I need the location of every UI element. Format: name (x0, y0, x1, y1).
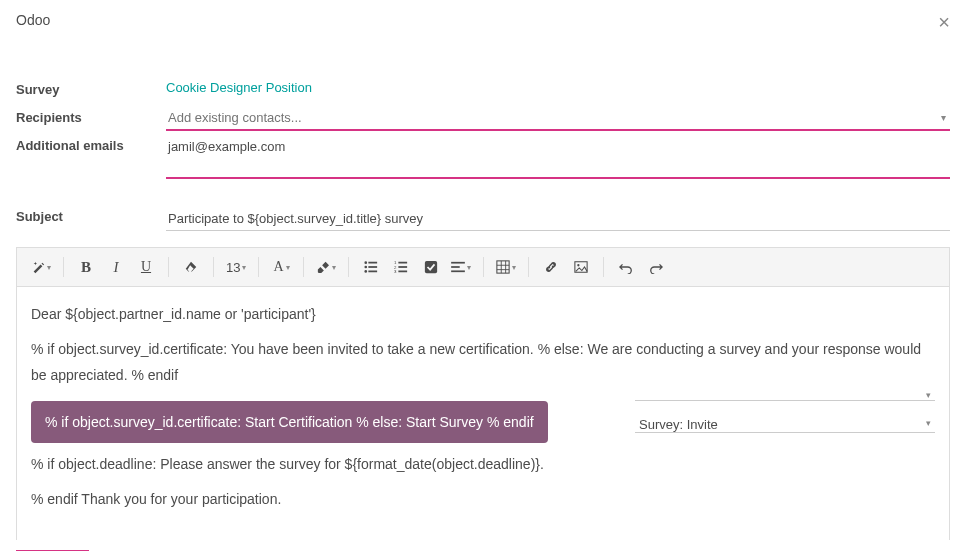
undo-icon[interactable] (612, 254, 640, 280)
template-select[interactable]: Survey: Invite ▾ (635, 411, 935, 433)
editor-body-3: % endif Thank you for your participation… (31, 486, 935, 513)
svg-text:3: 3 (394, 269, 397, 274)
svg-rect-12 (425, 261, 437, 273)
font-size-select[interactable]: 13▾ (222, 254, 250, 280)
recipients-row: Recipients ▾ (16, 108, 950, 132)
svg-point-22 (578, 264, 580, 266)
svg-rect-7 (399, 262, 408, 264)
svg-rect-5 (369, 271, 378, 273)
bold-icon[interactable]: B (72, 254, 100, 280)
eraser-icon[interactable] (177, 254, 205, 280)
svg-rect-13 (452, 262, 466, 264)
link-icon[interactable] (537, 254, 565, 280)
underline-icon[interactable]: U (132, 254, 160, 280)
subject-row: Subject (16, 207, 950, 231)
modal-footer: SEND CANCEL (0, 540, 966, 551)
editor-body-2: % if object.deadline: Please answer the … (31, 451, 935, 478)
svg-point-0 (365, 261, 368, 264)
redo-icon[interactable] (642, 254, 670, 280)
recipients-input[interactable] (166, 108, 950, 131)
align-icon[interactable]: ▾ (447, 254, 475, 280)
survey-label: Survey (16, 80, 166, 97)
survey-row: Survey Cookie Designer Position (16, 80, 950, 104)
svg-rect-14 (452, 266, 461, 268)
modal-body: Survey Cookie Designer Position Recipien… (0, 40, 966, 551)
chevron-down-icon: ▾ (926, 387, 931, 404)
recipients-label: Recipients (16, 108, 166, 125)
modal-header: Odoo × (0, 0, 966, 40)
table-icon[interactable]: ▾ (492, 254, 520, 280)
close-icon[interactable]: × (938, 12, 950, 32)
image-icon[interactable] (567, 254, 595, 280)
italic-icon[interactable]: I (102, 254, 130, 280)
svg-rect-15 (452, 270, 466, 272)
ol-icon[interactable]: 123 (387, 254, 415, 280)
checklist-icon[interactable] (417, 254, 445, 280)
email-tag[interactable]: jamil@example.com (166, 138, 287, 155)
svg-rect-9 (399, 266, 408, 268)
editor-content[interactable]: Dear ${object.partner_id.name or 'partic… (17, 287, 949, 541)
survey-link[interactable]: Cookie Designer Position (166, 80, 312, 95)
ul-icon[interactable] (357, 254, 385, 280)
chevron-down-icon: ▾ (926, 415, 931, 432)
start-survey-button[interactable]: % if object.survey_id.certificate: Start… (31, 401, 548, 444)
rich-text-editor: ▾ B I U 13▾ A▾ (16, 247, 950, 542)
subject-label: Subject (16, 207, 166, 224)
font-color-icon[interactable]: A▾ (267, 254, 295, 280)
highlight-icon[interactable]: ▾ (312, 254, 340, 280)
svg-rect-16 (497, 261, 509, 273)
emails-tags[interactable]: jamil@example.com (166, 136, 950, 159)
template-value: Survey: Invite (639, 417, 718, 432)
svg-rect-3 (369, 266, 378, 268)
additional-emails-label: Additional emails (16, 136, 166, 153)
svg-rect-1 (369, 262, 378, 264)
subject-input[interactable] (166, 207, 950, 231)
modal-title: Odoo (16, 12, 50, 28)
additional-emails-row: Additional emails jamil@example.com (16, 136, 950, 179)
svg-point-2 (365, 266, 368, 269)
editor-greeting: Dear ${object.partner_id.name or 'partic… (31, 301, 935, 328)
svg-rect-11 (399, 271, 408, 273)
svg-point-4 (365, 270, 368, 273)
chevron-down-icon[interactable]: ▾ (941, 112, 946, 123)
share-survey-modal: Odoo × Survey Cookie Designer Position R… (0, 0, 966, 551)
editor-body-1: % if object.survey_id.certificate: You h… (31, 336, 935, 389)
attachment-select[interactable]: ▾ (635, 383, 935, 401)
required-underline (166, 177, 950, 179)
magic-icon[interactable]: ▾ (27, 254, 55, 280)
editor-toolbar: ▾ B I U 13▾ A▾ (17, 248, 949, 287)
